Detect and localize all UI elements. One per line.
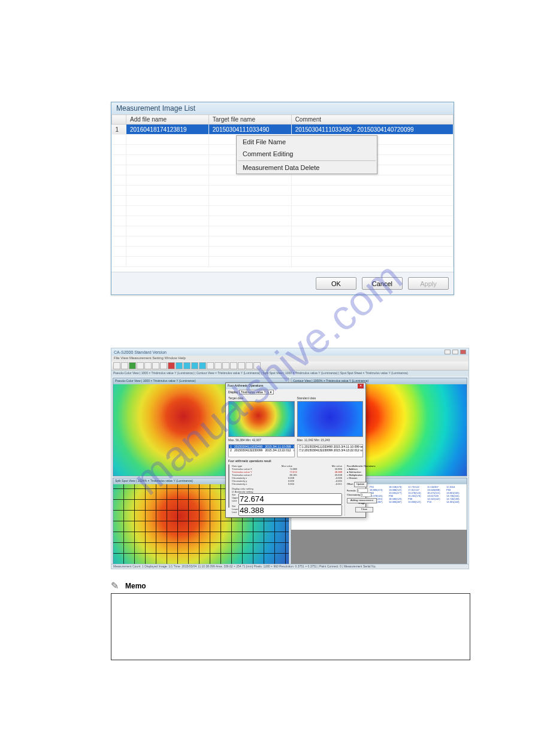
ctx-edit-file-name[interactable]: Edit File Name xyxy=(237,136,377,148)
col-index[interactable] xyxy=(112,115,126,125)
toolbar-button[interactable] xyxy=(121,362,128,369)
standard-list[interactable]: ☐ 1 20150304111033490 2015.3/4.11:10.099… xyxy=(297,444,364,457)
operations-block: Four Arithmetic Operations ○ Addition ● … xyxy=(344,464,377,516)
toolbar-button[interactable] xyxy=(176,362,183,369)
result-label: Four arithmetic operations result xyxy=(226,459,365,463)
memo-title: Memo xyxy=(125,580,146,592)
toolbar-button[interactable] xyxy=(144,362,152,369)
toolbar-button[interactable] xyxy=(191,362,198,369)
division-radio[interactable]: ○ Division xyxy=(347,476,377,479)
chromaticity-input[interactable] xyxy=(361,493,371,497)
app-menubar[interactable]: File View Measurement Setting Window Hel… xyxy=(111,356,468,362)
table-row[interactable] xyxy=(112,175,454,186)
display-label: Display xyxy=(228,390,238,394)
table-row[interactable] xyxy=(112,206,454,216)
empty-area xyxy=(291,530,467,564)
toolbar-button[interactable] xyxy=(199,362,206,369)
memo-icon: ✎ xyxy=(111,580,122,592)
application-window: CA-S2000 Standard Version File View Meas… xyxy=(111,348,469,569)
dialog-body: Add file name Target file name Comment 1… xyxy=(111,114,454,272)
measurement-image-list-dialog: Measurement Image List Add file name Tar… xyxy=(111,102,454,295)
target-stats: Max. 56,384 Min: 42,907 xyxy=(228,438,295,442)
row-add-file: 20160418174123819 xyxy=(126,125,209,135)
close-icon[interactable] xyxy=(460,350,466,354)
dialog-buttons: OK Cancel Apply xyxy=(111,272,454,294)
row-target-file: 20150304111033490 xyxy=(208,125,291,135)
list-item[interactable]: 2 20150304132230099 2015.3/4.13:22.012 s… xyxy=(229,448,294,452)
formula-input[interactable] xyxy=(357,488,368,493)
row-index: 1 xyxy=(112,125,126,135)
toolbar-button[interactable] xyxy=(230,362,237,369)
toolbar-button[interactable] xyxy=(168,362,175,369)
toolbar-button[interactable] xyxy=(246,362,253,369)
arith-title: Four Arithmetic Operations xyxy=(228,384,263,388)
minimize-icon[interactable] xyxy=(445,350,451,354)
window-buttons xyxy=(444,350,466,355)
toolbar-button[interactable] xyxy=(183,362,191,369)
arith-titlebar: Four Arithmetic Operations ✕ xyxy=(226,383,365,389)
data-type-block: Data typeMax valueMin value Tristimulus … xyxy=(232,464,342,516)
display-dropdown[interactable]: Tristimulus value Y (L▼ xyxy=(239,390,274,394)
toolbar-button[interactable] xyxy=(160,362,167,369)
maximize-icon[interactable] xyxy=(452,350,458,354)
adding-measurement-image-button[interactable]: Adding measurement image xyxy=(347,498,377,503)
standard-stats: Max. 11,042 Min: 15,243 xyxy=(297,438,364,442)
display-row: Display Tristimulus value Y (L▼ xyxy=(226,389,365,395)
toolbar-button[interactable] xyxy=(152,362,159,369)
row-comment: 20150304111033490 - 20150304140720099 xyxy=(291,125,453,135)
context-menu: Edit File Name Comment Editing Measureme… xyxy=(236,135,377,174)
result-thumbnail xyxy=(228,464,229,508)
cancel-button[interactable]: Cancel xyxy=(362,277,403,290)
toolbar-button[interactable] xyxy=(214,362,222,369)
status-bar: Measurement Count: 1 Displayed Image: 1/… xyxy=(111,564,468,569)
table-row[interactable] xyxy=(112,216,454,226)
table-row[interactable] xyxy=(112,186,454,196)
memo-heading: ✎ Memo xyxy=(111,580,472,592)
memo-box xyxy=(111,593,470,660)
table-row[interactable] xyxy=(112,247,454,257)
update-button[interactable]: Update xyxy=(354,482,367,487)
app-tab-strip[interactable]: Pseudo-Color View | 1000 × Tristimulus v… xyxy=(111,371,468,377)
col-add-file-name[interactable]: Add file name xyxy=(126,115,209,125)
standard-thumbnail xyxy=(297,401,364,437)
col-target-file-name[interactable]: Target file name xyxy=(208,115,291,125)
toolbar-button[interactable] xyxy=(253,362,261,369)
close-icon[interactable]: ✕ xyxy=(358,384,364,388)
table-row[interactable] xyxy=(112,226,454,236)
app-titlebar: CA-S2000 Standard Version xyxy=(111,348,468,356)
close-button[interactable]: Close xyxy=(355,507,373,512)
toolbar-button[interactable] xyxy=(238,362,245,369)
target-thumbnail xyxy=(228,401,295,437)
table-row[interactable] xyxy=(112,257,454,267)
toolbar-button[interactable] xyxy=(129,362,136,369)
toolbar-button[interactable] xyxy=(222,362,229,369)
table-row[interactable]: 1 20160418174123819 20150304111033490 20… xyxy=(112,125,454,135)
target-list[interactable]: 1 20150304111033490 2015.3/4.11:10.099 s… xyxy=(228,444,295,457)
target-data-label: Target data xyxy=(228,396,295,400)
toolbar-button[interactable] xyxy=(207,362,214,369)
app-title-text: CA-S2000 Standard Version xyxy=(114,350,167,354)
ctx-measurement-data-delete[interactable]: Measurement Data Delete xyxy=(237,162,377,174)
app-toolbar xyxy=(111,362,468,371)
col-comment[interactable]: Comment xyxy=(291,115,453,125)
four-arithmetic-dialog: Four Arithmetic Operations ✕ Display Tri… xyxy=(225,382,366,518)
lower-limit-input[interactable] xyxy=(238,505,342,516)
toolbar-button[interactable] xyxy=(137,362,144,369)
ctx-separator xyxy=(238,160,376,161)
list-item[interactable]: ☐ 2 20150304132230099 2015.3/4.13:22.012… xyxy=(298,448,363,452)
measurement-image-list-title: Measurement Image List xyxy=(111,102,454,114)
toolbar-button[interactable] xyxy=(113,362,120,369)
ctx-comment-editing[interactable]: Comment Editing xyxy=(237,148,377,160)
standard-data-label: Standard data xyxy=(297,396,364,400)
table-row[interactable] xyxy=(112,236,454,247)
ok-button[interactable]: OK xyxy=(316,277,356,290)
measurement-table-wrapper: Add file name Target file name Comment 1… xyxy=(111,114,454,272)
apply-button[interactable]: Apply xyxy=(408,277,449,290)
table-row[interactable] xyxy=(112,196,454,206)
upper-limit-input[interactable] xyxy=(238,493,342,505)
